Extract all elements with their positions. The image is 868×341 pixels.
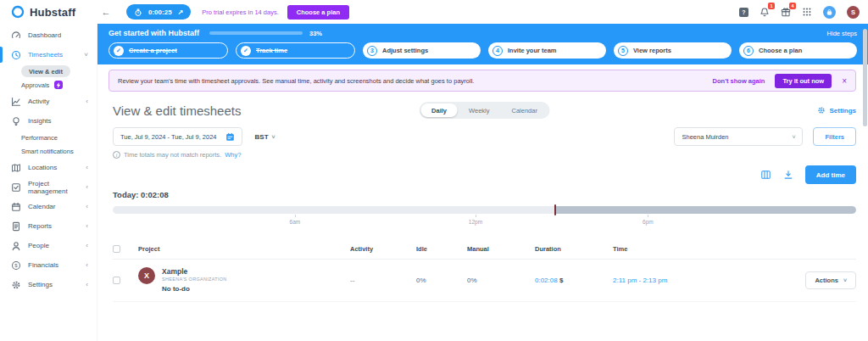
col-duration: Duration <box>535 245 613 253</box>
settings-label: Settings <box>829 107 856 115</box>
notifications-button[interactable]: 1 <box>760 7 770 18</box>
cell-time-span[interactable]: 2:11 pm - 2:13 pm <box>613 277 797 284</box>
step-view-reports[interactable]: 5 View reports <box>614 42 732 59</box>
sidebar-item-smart-notifications[interactable]: Smart notifications <box>0 144 97 158</box>
check-icon: ✓ <box>241 46 251 56</box>
apps-menu-button[interactable] <box>802 7 812 17</box>
organization-avatar[interactable] <box>823 6 836 19</box>
timesheet-table: Project Activity Idle Manual Duration Ti… <box>113 239 856 302</box>
sidebar-item-calendar[interactable]: Calendar ‹ <box>0 197 97 216</box>
project-org: SHEENA'S ORGANIZATION <box>162 277 227 282</box>
sidebar-item-financials[interactable]: $ Financials ‹ <box>0 255 97 275</box>
step-label: Track time <box>256 47 287 54</box>
timeline-label-6am: 6am <box>290 219 301 225</box>
onboarding-title: Get started with Hubstaff <box>108 29 199 37</box>
date-range-picker[interactable]: Tue, Jul 9, 2024 - Tue, Jul 9, 2024 <box>113 127 242 146</box>
chevron-down-icon: ˅ <box>843 277 847 283</box>
add-time-button[interactable]: Add time <box>805 165 856 184</box>
info-icon: i <box>113 151 120 159</box>
step-label: Adjust settings <box>382 47 428 54</box>
project-avatar: X <box>138 267 155 284</box>
download-button[interactable] <box>783 170 793 180</box>
col-activity: Activity <box>350 245 416 253</box>
timeline-bar[interactable] <box>113 206 856 214</box>
tab-weekly[interactable]: Weekly <box>458 103 500 117</box>
timeline-tick <box>295 215 296 217</box>
sidebar-item-approvals[interactable]: Approvals <box>0 78 97 92</box>
sidebar-collapse-button[interactable]: ← <box>99 5 113 19</box>
info-note-row: i Time totals may not match reports. Why… <box>113 151 856 159</box>
upgrade-bolt-badge <box>54 81 63 89</box>
choose-plan-button[interactable]: Choose a plan <box>287 5 349 20</box>
sidebar-item-label: Activity <box>28 98 49 105</box>
columns-button[interactable] <box>760 170 771 180</box>
why-link[interactable]: Why? <box>225 151 241 159</box>
sidebar-item-timesheets[interactable]: Timesheets ˅ <box>0 45 97 64</box>
chevron-left-icon: ‹ <box>86 222 88 230</box>
day-timeline: 6am 12pm 6pm <box>113 206 856 228</box>
sidebar-item-view-edit[interactable]: View & edit <box>0 64 97 78</box>
sidebar-item-people[interactable]: People ‹ <box>0 236 97 255</box>
actions-label: Actions <box>815 277 838 284</box>
clock-icon <box>11 50 21 60</box>
controls-row: Tue, Jul 9, 2024 - Tue, Jul 9, 2024 BST … <box>113 127 856 146</box>
row-checkbox[interactable] <box>113 277 120 284</box>
timeline-remaining <box>554 206 856 214</box>
step-track-time[interactable]: ✓ Track time <box>236 42 355 59</box>
try-it-out-button[interactable]: Try it out now <box>775 74 832 88</box>
sidebar-item-label: Insights <box>28 117 52 125</box>
sidebar-item-reports[interactable]: Reports ‹ <box>0 216 97 236</box>
filters-button[interactable]: Filters <box>813 127 856 146</box>
rewards-button[interactable]: 4 <box>781 7 791 18</box>
timesheet-settings-link[interactable]: Settings <box>817 106 856 115</box>
step-invite-team[interactable]: 4 Invite your team <box>488 42 606 59</box>
chevron-left-icon: ‹ <box>86 183 88 191</box>
sidebar-item-dashboard[interactable]: Dashboard <box>0 25 97 45</box>
trial-notice: Pro trial expires in 14 days. <box>202 8 278 16</box>
map-icon <box>11 163 21 173</box>
tab-calendar[interactable]: Calendar <box>500 103 548 117</box>
cell-idle: 0% <box>416 277 467 284</box>
sidebar-item-label: Timesheets <box>28 51 63 59</box>
step-adjust-settings[interactable]: 3 Adjust settings <box>363 42 481 59</box>
member-select[interactable]: Sheena Muirden ˅ <box>674 127 803 146</box>
page-title: View & edit timesheets <box>113 103 241 118</box>
sidebar-item-settings[interactable]: Settings ‹ <box>0 275 97 294</box>
dont-show-again-link[interactable]: Don't show again <box>713 77 765 85</box>
help-button[interactable]: ? <box>739 8 748 17</box>
apps-grid-icon <box>802 7 812 17</box>
close-icon[interactable]: × <box>842 76 847 86</box>
open-tracker-icon[interactable]: ↗ <box>178 8 184 16</box>
step-create-project[interactable]: ✓ Create a project <box>108 42 228 59</box>
rate-indicator: $ <box>559 277 563 284</box>
user-avatar[interactable]: S <box>847 6 860 19</box>
duration-link[interactable]: 0:02:08 <box>535 277 558 284</box>
sidebar-item-performance[interactable]: Performance <box>0 131 97 144</box>
timer-widget[interactable]: 0:00:25 ↗ <box>126 4 191 20</box>
row-actions-button[interactable]: Actions ˅ <box>805 271 856 289</box>
chevron-left-icon: ‹ <box>86 242 88 249</box>
timeline-label-6pm: 6pm <box>643 219 654 225</box>
sidebar-item-insights[interactable]: Insights <box>0 111 97 131</box>
onboarding-progress-track <box>209 31 303 35</box>
timezone-select[interactable]: BST ˅ <box>255 133 275 141</box>
sidebar-item-activity[interactable]: Activity ‹ <box>0 92 97 111</box>
onboarding-banner: Get started with Hubstaff 33% Hide steps… <box>97 24 868 64</box>
tab-daily[interactable]: Daily <box>420 103 458 117</box>
chevron-down-icon: ˅ <box>84 51 88 59</box>
sidebar-item-project-management[interactable]: Project management ‹ <box>0 177 97 197</box>
scrollbar-thumb[interactable] <box>863 29 867 126</box>
select-all-checkbox[interactable] <box>113 245 120 253</box>
project-name[interactable]: Xample <box>162 267 227 276</box>
sidebar-item-locations[interactable]: Locations ‹ <box>0 158 97 177</box>
hide-steps-link[interactable]: Hide steps <box>827 30 857 37</box>
topbar: Hubstaff ← 0:00:25 ↗ Pro trial expires i… <box>0 0 868 24</box>
step-choose-plan[interactable]: 6 Choose a plan <box>739 42 857 59</box>
step-number: 3 <box>367 46 377 56</box>
help-icon: ? <box>739 8 748 17</box>
timeline-label-12pm: 12pm <box>469 219 482 225</box>
promo-message: Review your team's time with timesheet a… <box>118 77 474 85</box>
lock-icon <box>826 8 833 16</box>
chevron-left-icon: ‹ <box>86 98 88 105</box>
svg-text:$: $ <box>14 263 18 268</box>
